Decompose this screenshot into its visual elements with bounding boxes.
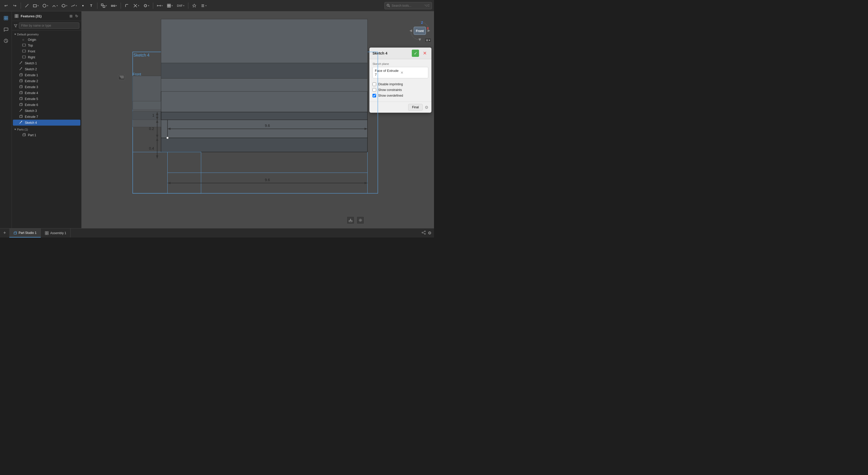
- dxf-tool-button[interactable]: DXF▾: [176, 2, 186, 9]
- front-label-canvas: Front: [133, 72, 141, 76]
- polygon-tool-button[interactable]: ▾: [60, 2, 69, 9]
- svg-rect-29: [4, 18, 6, 20]
- svg-rect-20: [169, 6, 170, 7]
- dim-9-6-top-label: 9.6: [265, 123, 270, 128]
- svg-text:X: X: [427, 27, 429, 30]
- svg-text:Z: Z: [421, 21, 423, 25]
- svg-rect-67: [161, 91, 367, 112]
- line-tool-button[interactable]: [23, 2, 31, 9]
- feature-item-front[interactable]: Front: [13, 48, 80, 54]
- svg-line-26: [389, 6, 390, 7]
- feature-item-sketch2[interactable]: Sketch 2: [13, 66, 80, 72]
- transform-tool-button[interactable]: ▾: [99, 2, 108, 9]
- redo-button[interactable]: ↪: [11, 2, 19, 9]
- final-button[interactable]: Final: [408, 104, 423, 111]
- svg-point-39: [22, 61, 22, 62]
- svg-rect-65: [161, 79, 367, 91]
- sketch-panel-body: Sketch plane Face of Extrude 7 ✕ Disable…: [369, 59, 431, 101]
- sketch-plane-label: Sketch plane: [373, 62, 428, 65]
- canvas-area[interactable]: Front Z X ⊞ ▾ Sketch 4 ✓ ✕ Sketch plane …: [82, 11, 434, 228]
- offset-tool-button[interactable]: ▾: [142, 2, 151, 9]
- feature-item-extrude4[interactable]: Extrude 4: [13, 90, 80, 96]
- features-icon[interactable]: [2, 14, 10, 22]
- feature-item-extrude6[interactable]: Extrude 6: [13, 102, 80, 108]
- linear-pattern-tool[interactable]: ▾: [110, 2, 119, 9]
- svg-point-47: [22, 109, 22, 110]
- feature-item-part1[interactable]: Part 1: [13, 132, 80, 138]
- point-tool-button[interactable]: [79, 2, 87, 9]
- feature-item-extrude7[interactable]: Extrude 7: [13, 114, 80, 120]
- rectangle-tool-button[interactable]: ▾: [31, 2, 40, 9]
- canvas-settings-btn[interactable]: [356, 216, 364, 224]
- disable-imprinting-checkbox[interactable]: [373, 83, 376, 86]
- feature-item-top[interactable]: Top: [13, 42, 80, 48]
- versions-icon[interactable]: [2, 37, 10, 45]
- svg-marker-3: [62, 4, 65, 7]
- snap-button[interactable]: [190, 2, 198, 9]
- bottom-share-btn[interactable]: [422, 231, 426, 235]
- svg-point-81: [166, 137, 168, 139]
- svg-line-112: [423, 233, 425, 234]
- text-tool-button[interactable]: T: [87, 2, 95, 9]
- feature-item-sketch1[interactable]: Sketch 1: [13, 60, 80, 66]
- svg-rect-104: [45, 232, 46, 233]
- svg-rect-35: [17, 16, 18, 18]
- sketch-settings-btn[interactable]: ⚙: [425, 105, 428, 110]
- bottom-right-icons: ⚙: [419, 229, 434, 237]
- add-feature-icon[interactable]: [14, 14, 19, 18]
- sidebar-layout-btn[interactable]: ⊞: [69, 13, 73, 19]
- tab-part-studio-1[interactable]: Part Studio 1: [9, 229, 41, 237]
- canvas-bottom-right: [347, 216, 364, 224]
- add-tab-button[interactable]: +: [0, 229, 9, 237]
- filter-row: [12, 21, 82, 30]
- grid-tool-button[interactable]: ▾: [165, 2, 175, 9]
- sketch-plane-clear[interactable]: ✕: [400, 70, 426, 75]
- show-overdefined-checkbox[interactable]: [373, 94, 376, 97]
- search-tools-input[interactable]: [392, 4, 423, 7]
- bottom-settings-btn[interactable]: ⚙: [428, 231, 431, 235]
- circle-tool-button[interactable]: ▾: [41, 2, 50, 9]
- undo-button[interactable]: ↩: [2, 2, 10, 9]
- feature-item-right[interactable]: Right: [13, 54, 80, 60]
- comments-icon[interactable]: [2, 25, 10, 34]
- svg-point-102: [359, 219, 362, 222]
- dim-0-4-label: 0.4: [149, 146, 154, 150]
- sketch-panel-header: Sketch 4 ✓ ✕: [369, 48, 431, 59]
- sketch-panel-footer: Final ⚙: [369, 101, 431, 113]
- feature-item-sketch3[interactable]: Sketch 3: [13, 108, 80, 114]
- orientation-cube[interactable]: Front Z X ⊞ ▾: [408, 19, 431, 42]
- feature-item-sketch4[interactable]: Sketch 4: [13, 120, 80, 126]
- canvas-export-btn[interactable]: [347, 216, 354, 224]
- sketch-plane-selector[interactable]: Face of Extrude 7 ✕: [373, 67, 428, 78]
- sidebar-header: Features (31) ⊞ ↻: [12, 11, 82, 21]
- trim-tool-button[interactable]: ▾: [132, 2, 141, 9]
- main-toolbar: ↩ ↪ ▾ ▾ ▾ ▾ ▾ T: [0, 0, 434, 11]
- feature-item-extrude2[interactable]: Extrude 2: [13, 78, 80, 84]
- feature-item-origin[interactable]: ○ Origin: [13, 37, 80, 42]
- sketch-close-button[interactable]: ✕: [421, 50, 428, 57]
- sketch-panel-title: Sketch 4: [373, 51, 410, 55]
- feature-item-extrude1[interactable]: Extrude 1: [13, 72, 80, 78]
- sketch-confirm-button[interactable]: ✓: [412, 50, 419, 57]
- cube-view-btn[interactable]: ⊞ ▾: [425, 38, 431, 42]
- svg-rect-69: [161, 120, 367, 138]
- svg-rect-106: [45, 233, 46, 235]
- feature-item-extrude5[interactable]: Extrude 5: [13, 96, 80, 102]
- fillet-tool-button[interactable]: [123, 2, 131, 9]
- toolbar-divider-2: [97, 3, 97, 9]
- dimension-tool-button[interactable]: ▾: [155, 2, 164, 9]
- feature-list: ▾ Default geometry ○ Origin Top: [12, 30, 82, 228]
- show-constraints-checkbox[interactable]: [373, 88, 376, 92]
- constraint-button[interactable]: ▾: [199, 2, 208, 9]
- sidebar-refresh-btn[interactable]: ↻: [75, 13, 79, 19]
- feature-item-extrude3[interactable]: Extrude 3: [13, 84, 80, 90]
- filter-input[interactable]: [19, 23, 79, 29]
- default-geometry-section: ▾ Default geometry: [12, 32, 82, 37]
- sidebar-title: Features (31): [21, 14, 67, 18]
- tab-assembly-label: Assembly 1: [50, 231, 66, 235]
- tab-assembly-1[interactable]: Assembly 1: [41, 229, 70, 237]
- search-tools-field[interactable]: ⌥C: [384, 2, 432, 9]
- arc-tool-button[interactable]: ▾: [51, 2, 59, 9]
- spline-tool-button[interactable]: ▾: [69, 2, 79, 9]
- sidebar-left-panel: Features (31) ⊞ ↻ ▾ Default geometry ○: [0, 11, 82, 228]
